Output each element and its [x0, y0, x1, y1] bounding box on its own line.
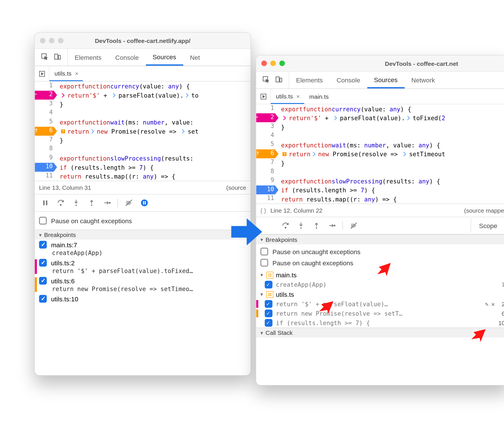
- breakpoint-item[interactable]: utils.ts:2return '$' + parseFloat(value)…: [35, 258, 251, 276]
- checkbox-icon[interactable]: [265, 300, 273, 308]
- svg-text:?: ?: [62, 129, 64, 133]
- scope-tab[interactable]: Scope: [471, 219, 504, 233]
- disclosure-icon: ▼: [260, 292, 264, 297]
- tab-console[interactable]: Console: [330, 72, 367, 89]
- svg-rect-15: [144, 201, 146, 205]
- pause-caught-checkbox[interactable]: Pause on caught exceptions: [35, 215, 251, 226]
- breakpoint-line: 6: [498, 310, 504, 317]
- step-into-icon[interactable]: [294, 219, 308, 232]
- file-tabs: utils.ts × main.ts: [256, 89, 504, 104]
- deactivate-breakpoints-icon[interactable]: [347, 219, 360, 232]
- breakpoints-header[interactable]: ▼ Breakpoints: [256, 234, 504, 244]
- breakpoint-item[interactable]: utils.ts:6return new Promise(resolve => …: [35, 276, 251, 294]
- tab-network[interactable]: Net: [183, 49, 207, 66]
- inspect-tools: [256, 72, 289, 89]
- inspect-icon[interactable]: [41, 53, 49, 62]
- checkbox-icon[interactable]: [265, 310, 273, 317]
- svg-point-8: [60, 204, 61, 205]
- inspect-tools: [35, 49, 68, 66]
- checkbox-icon[interactable]: [39, 259, 47, 267]
- step-over-icon[interactable]: [279, 219, 292, 232]
- zoom-icon[interactable]: [58, 38, 64, 44]
- breakpoint-item[interactable]: main.ts:7createApp(App): [35, 240, 251, 258]
- checkbox-icon[interactable]: [265, 281, 273, 288]
- svg-rect-14: [143, 201, 144, 205]
- source-map-label: (source: [226, 184, 246, 191]
- disclosure-icon: ▼: [38, 232, 43, 237]
- svg-point-9: [75, 205, 77, 206]
- tab-console[interactable]: Console: [108, 49, 146, 66]
- minimize-icon[interactable]: [49, 38, 55, 44]
- deactivate-breakpoints-icon[interactable]: [122, 196, 136, 210]
- checkbox-label: Pause on uncaught exceptions: [273, 248, 361, 255]
- status-bar: Line 13, Column 31 (source: [35, 181, 251, 195]
- navigator-icon[interactable]: [35, 66, 49, 81]
- svg-point-22: [285, 227, 286, 228]
- section-label: Breakpoints: [44, 232, 76, 238]
- debugger-toolbar: [35, 195, 251, 212]
- svg-rect-1: [55, 54, 58, 59]
- breakpoint-code: return new Promise(resolve => setT…: [276, 310, 495, 317]
- inspect-icon[interactable]: [262, 76, 270, 85]
- breakpoint-file: utils.ts:2: [51, 259, 75, 266]
- breakpoint-file-group[interactable]: ▼⊡utils.ts: [256, 289, 504, 299]
- breakpoint-item[interactable]: if (results.length >= 7) {10: [256, 318, 504, 328]
- step-out-icon[interactable]: [85, 196, 98, 210]
- breakpoint-item[interactable]: utils.ts:10: [35, 294, 251, 304]
- step-into-icon[interactable]: [69, 196, 83, 210]
- step-icon[interactable]: [100, 196, 114, 210]
- navigator-icon[interactable]: [256, 89, 271, 104]
- titlebar: DevTools - coffee-cart.net: [256, 56, 504, 72]
- file-name: utils.ts: [276, 291, 294, 298]
- status-bar: { } Line 12, Column 22 (source mappe: [256, 203, 504, 217]
- checkbox-icon[interactable]: [261, 259, 268, 267]
- zoom-icon[interactable]: [279, 61, 285, 66]
- svg-point-13: [141, 199, 148, 206]
- breakpoints-header[interactable]: ▼ Breakpoints: [35, 230, 251, 240]
- checkbox-icon[interactable]: [39, 277, 47, 285]
- code-editor[interactable]: 1export function currency(value: any) {2…: [35, 82, 251, 181]
- file-tab-utils[interactable]: utils.ts ×: [49, 66, 83, 81]
- svg-point-11: [109, 202, 110, 203]
- code-editor[interactable]: 1export function currency(value: any) {2…: [256, 104, 504, 204]
- checkbox-icon[interactable]: [39, 217, 47, 225]
- step-over-icon[interactable]: [54, 196, 68, 210]
- checkbox-icon[interactable]: [39, 241, 47, 249]
- devtools-window-left: DevTools - coffee-cart.netlify.app/ Elem…: [34, 32, 251, 376]
- minimize-icon[interactable]: [270, 61, 276, 66]
- pause-exceptions-icon[interactable]: [137, 196, 151, 210]
- close-icon[interactable]: ×: [295, 92, 301, 99]
- remove-icon[interactable]: ✕: [491, 300, 495, 307]
- file-tab-utils[interactable]: utils.ts ×: [271, 89, 304, 104]
- section-label: Breakpoints: [265, 236, 297, 243]
- checkbox-icon[interactable]: [265, 319, 273, 327]
- breakpoint-line: 2: [498, 300, 504, 307]
- svg-point-23: [300, 227, 301, 229]
- step-out-icon[interactable]: [309, 219, 323, 232]
- pause-icon[interactable]: [38, 196, 52, 210]
- file-icon: ⊡: [266, 272, 273, 278]
- cursor-position: Line 13, Column 31: [39, 184, 91, 191]
- close-icon[interactable]: ×: [74, 70, 79, 77]
- file-tab-label: utils.ts: [276, 92, 293, 99]
- close-icon[interactable]: [40, 38, 46, 44]
- tab-network[interactable]: Network: [404, 72, 442, 89]
- tab-elements[interactable]: Elements: [289, 72, 330, 89]
- tab-sources[interactable]: Sources: [146, 49, 183, 66]
- breakpoint-file: main.ts:7: [51, 241, 77, 248]
- breakpoint-item[interactable]: return new Promise(resolve => setT…6: [256, 309, 504, 318]
- tab-elements[interactable]: Elements: [68, 49, 108, 66]
- breakpoint-code: if (results.length >= 7) {: [276, 319, 492, 326]
- breakpoint-item[interactable]: return '$' + parseFloat(value)…✎✕2: [256, 299, 504, 309]
- edit-icon[interactable]: ✎: [485, 300, 489, 307]
- tab-sources[interactable]: Sources: [367, 72, 404, 89]
- checkbox-icon[interactable]: [39, 295, 47, 303]
- device-icon[interactable]: [54, 53, 61, 62]
- svg-point-24: [316, 227, 317, 229]
- breakpoint-actions: ✎✕: [485, 300, 495, 307]
- device-icon[interactable]: [275, 76, 283, 85]
- step-icon[interactable]: [325, 219, 339, 232]
- close-icon[interactable]: [261, 61, 267, 66]
- file-tab-main[interactable]: main.ts: [304, 89, 332, 104]
- window-controls: [261, 61, 285, 66]
